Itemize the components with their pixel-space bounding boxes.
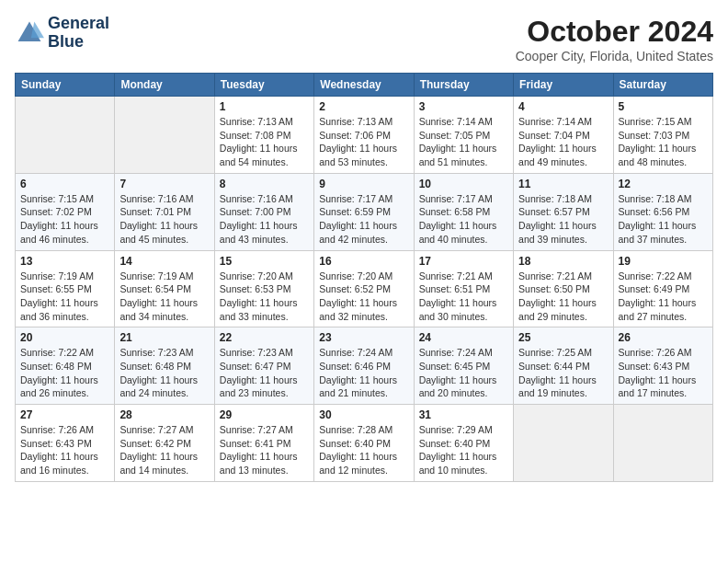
day-number: 14 <box>119 255 209 268</box>
day-number: 13 <box>20 255 109 268</box>
day-number: 4 <box>518 100 608 113</box>
calendar-table: SundayMondayTuesdayWednesdayThursdayFrid… <box>15 73 713 482</box>
day-info: Sunrise: 7:21 AM Sunset: 6:50 PM Dayligh… <box>518 270 608 324</box>
day-number: 21 <box>119 331 209 344</box>
weekday-header-row: SundayMondayTuesdayWednesdayThursdayFrid… <box>16 74 713 97</box>
day-number: 6 <box>20 178 109 190</box>
day-info: Sunrise: 7:15 AM Sunset: 7:03 PM Dayligh… <box>619 115 708 169</box>
day-info: Sunrise: 7:17 AM Sunset: 6:59 PM Dayligh… <box>319 192 408 247</box>
day-number: 8 <box>220 178 309 190</box>
calendar-day-cell: 10Sunrise: 7:17 AM Sunset: 6:58 PM Dayli… <box>414 173 513 250</box>
weekday-header-cell: Thursday <box>414 74 513 97</box>
day-info: Sunrise: 7:18 AM Sunset: 6:57 PM Dayligh… <box>518 192 608 247</box>
calendar-week-row: 6Sunrise: 7:15 AM Sunset: 7:02 PM Daylig… <box>16 173 713 250</box>
location-text: Cooper City, Florida, United States <box>516 49 713 63</box>
day-info: Sunrise: 7:25 AM Sunset: 6:44 PM Dayligh… <box>518 346 608 400</box>
day-number: 17 <box>419 255 508 268</box>
day-info: Sunrise: 7:14 AM Sunset: 7:05 PM Dayligh… <box>419 115 508 169</box>
day-number: 16 <box>319 255 408 268</box>
weekday-header-cell: Sunday <box>16 74 115 97</box>
day-number: 3 <box>419 100 508 113</box>
calendar-day-cell: 15Sunrise: 7:20 AM Sunset: 6:53 PM Dayli… <box>214 250 313 327</box>
day-info: Sunrise: 7:20 AM Sunset: 6:53 PM Dayligh… <box>220 270 309 324</box>
calendar-week-row: 1Sunrise: 7:13 AM Sunset: 7:08 PM Daylig… <box>16 97 713 174</box>
day-number: 15 <box>220 255 309 268</box>
day-info: Sunrise: 7:26 AM Sunset: 6:43 PM Dayligh… <box>20 423 109 477</box>
day-number: 30 <box>319 408 408 421</box>
calendar-day-cell: 24Sunrise: 7:24 AM Sunset: 6:45 PM Dayli… <box>414 327 513 405</box>
day-number: 20 <box>20 331 109 344</box>
calendar-day-cell: 8Sunrise: 7:16 AM Sunset: 7:00 PM Daylig… <box>214 173 313 250</box>
calendar-day-cell: 20Sunrise: 7:22 AM Sunset: 6:48 PM Dayli… <box>16 327 115 405</box>
calendar-week-row: 20Sunrise: 7:22 AM Sunset: 6:48 PM Dayli… <box>16 327 713 405</box>
day-number: 28 <box>119 408 209 421</box>
day-number: 18 <box>518 255 608 268</box>
day-info: Sunrise: 7:15 AM Sunset: 7:02 PM Dayligh… <box>20 192 109 247</box>
day-number: 10 <box>419 178 508 190</box>
calendar-day-cell: 2Sunrise: 7:13 AM Sunset: 7:06 PM Daylig… <box>314 97 414 174</box>
calendar-day-cell: 9Sunrise: 7:17 AM Sunset: 6:59 PM Daylig… <box>314 173 414 250</box>
day-number: 2 <box>319 100 408 113</box>
calendar-day-cell: 4Sunrise: 7:14 AM Sunset: 7:04 PM Daylig… <box>514 97 613 174</box>
calendar-day-cell <box>514 405 613 482</box>
calendar-day-cell: 22Sunrise: 7:23 AM Sunset: 6:47 PM Dayli… <box>214 327 313 405</box>
day-number: 11 <box>518 178 608 190</box>
calendar-week-row: 27Sunrise: 7:26 AM Sunset: 6:43 PM Dayli… <box>16 405 713 482</box>
month-title: October 2024 <box>516 15 713 49</box>
day-info: Sunrise: 7:24 AM Sunset: 6:46 PM Dayligh… <box>319 346 408 400</box>
calendar-day-cell <box>16 97 115 174</box>
day-info: Sunrise: 7:23 AM Sunset: 6:48 PM Dayligh… <box>119 346 209 400</box>
day-info: Sunrise: 7:16 AM Sunset: 7:01 PM Dayligh… <box>119 192 209 247</box>
calendar-day-cell: 14Sunrise: 7:19 AM Sunset: 6:54 PM Dayli… <box>115 250 214 327</box>
day-info: Sunrise: 7:22 AM Sunset: 6:49 PM Dayligh… <box>619 270 708 324</box>
day-info: Sunrise: 7:17 AM Sunset: 6:58 PM Dayligh… <box>419 192 508 247</box>
calendar-day-cell: 26Sunrise: 7:26 AM Sunset: 6:43 PM Dayli… <box>613 327 712 405</box>
logo-text: General Blue <box>48 15 109 52</box>
day-info: Sunrise: 7:27 AM Sunset: 6:42 PM Dayligh… <box>119 423 209 477</box>
day-info: Sunrise: 7:19 AM Sunset: 6:54 PM Dayligh… <box>119 270 209 324</box>
day-number: 23 <box>319 331 408 344</box>
calendar-day-cell <box>115 97 214 174</box>
svg-marker-1 <box>31 21 44 38</box>
calendar-day-cell: 25Sunrise: 7:25 AM Sunset: 6:44 PM Dayli… <box>514 327 613 405</box>
day-info: Sunrise: 7:13 AM Sunset: 7:08 PM Dayligh… <box>220 115 309 169</box>
day-info: Sunrise: 7:28 AM Sunset: 6:40 PM Dayligh… <box>319 423 408 477</box>
calendar-day-cell: 29Sunrise: 7:27 AM Sunset: 6:41 PM Dayli… <box>214 405 313 482</box>
day-info: Sunrise: 7:13 AM Sunset: 7:06 PM Dayligh… <box>319 115 408 169</box>
calendar-day-cell: 7Sunrise: 7:16 AM Sunset: 7:01 PM Daylig… <box>115 173 214 250</box>
title-block: October 2024 Cooper City, Florida, Unite… <box>516 15 713 63</box>
calendar-day-cell <box>613 405 712 482</box>
weekday-header-cell: Saturday <box>613 74 712 97</box>
day-number: 7 <box>119 178 209 190</box>
calendar-day-cell: 23Sunrise: 7:24 AM Sunset: 6:46 PM Dayli… <box>314 327 414 405</box>
calendar-day-cell: 6Sunrise: 7:15 AM Sunset: 7:02 PM Daylig… <box>16 173 115 250</box>
day-info: Sunrise: 7:18 AM Sunset: 6:56 PM Dayligh… <box>619 192 708 247</box>
day-number: 29 <box>220 408 309 421</box>
day-number: 1 <box>220 100 309 113</box>
calendar-day-cell: 13Sunrise: 7:19 AM Sunset: 6:55 PM Dayli… <box>16 250 115 327</box>
page-header: General Blue October 2024 Cooper City, F… <box>15 15 713 63</box>
day-info: Sunrise: 7:24 AM Sunset: 6:45 PM Dayligh… <box>419 346 508 400</box>
day-info: Sunrise: 7:22 AM Sunset: 6:48 PM Dayligh… <box>20 346 109 400</box>
day-info: Sunrise: 7:20 AM Sunset: 6:52 PM Dayligh… <box>319 270 408 324</box>
calendar-day-cell: 16Sunrise: 7:20 AM Sunset: 6:52 PM Dayli… <box>314 250 414 327</box>
day-number: 9 <box>319 178 408 190</box>
calendar-day-cell: 1Sunrise: 7:13 AM Sunset: 7:08 PM Daylig… <box>214 97 313 174</box>
calendar-body: 1Sunrise: 7:13 AM Sunset: 7:08 PM Daylig… <box>16 97 713 482</box>
day-number: 12 <box>619 178 708 190</box>
calendar-day-cell: 19Sunrise: 7:22 AM Sunset: 6:49 PM Dayli… <box>613 250 712 327</box>
logo-icon <box>15 18 44 48</box>
day-info: Sunrise: 7:19 AM Sunset: 6:55 PM Dayligh… <box>20 270 109 324</box>
calendar-day-cell: 17Sunrise: 7:21 AM Sunset: 6:51 PM Dayli… <box>414 250 513 327</box>
day-number: 24 <box>419 331 508 344</box>
calendar-day-cell: 3Sunrise: 7:14 AM Sunset: 7:05 PM Daylig… <box>414 97 513 174</box>
weekday-header-cell: Friday <box>514 74 613 97</box>
calendar-day-cell: 30Sunrise: 7:28 AM Sunset: 6:40 PM Dayli… <box>314 405 414 482</box>
day-info: Sunrise: 7:29 AM Sunset: 6:40 PM Dayligh… <box>419 423 508 477</box>
calendar-day-cell: 27Sunrise: 7:26 AM Sunset: 6:43 PM Dayli… <box>16 405 115 482</box>
day-info: Sunrise: 7:14 AM Sunset: 7:04 PM Dayligh… <box>518 115 608 169</box>
day-info: Sunrise: 7:27 AM Sunset: 6:41 PM Dayligh… <box>220 423 309 477</box>
day-info: Sunrise: 7:26 AM Sunset: 6:43 PM Dayligh… <box>619 346 708 400</box>
day-info: Sunrise: 7:23 AM Sunset: 6:47 PM Dayligh… <box>220 346 309 400</box>
calendar-week-row: 13Sunrise: 7:19 AM Sunset: 6:55 PM Dayli… <box>16 250 713 327</box>
